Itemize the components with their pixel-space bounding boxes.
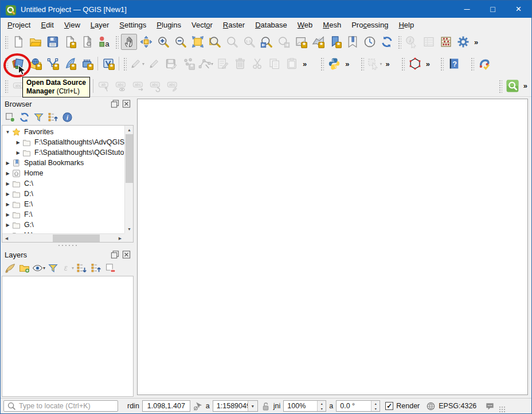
menu-raster[interactable]: Raster [218, 19, 250, 31]
locator-search-input[interactable]: Type to locate (Ctrl+K) [3, 400, 118, 412]
statistical-summary-button[interactable] [438, 34, 454, 50]
change-label-button[interactable]: abc [165, 78, 181, 94]
menu-database[interactable]: Database [250, 19, 292, 31]
chevron-down-icon[interactable]: ▾ [43, 265, 45, 271]
pan-map-button[interactable] [121, 34, 137, 50]
tree-item[interactable]: ▶G:\ [2, 220, 124, 230]
toolbar-overflow-button[interactable]: » [383, 60, 392, 68]
panel-splitter[interactable] [1, 243, 134, 248]
crs-globe-icon[interactable] [426, 401, 436, 411]
expander-icon[interactable]: ▶ [3, 222, 12, 228]
spin-down-icon[interactable]: ▾ [371, 406, 380, 411]
toolbar-overflow-button[interactable]: » [521, 81, 530, 90]
modify-attributes-button[interactable] [215, 56, 231, 72]
menu-view[interactable]: View [59, 19, 85, 31]
browser-refresh-button[interactable] [17, 110, 32, 124]
add-group-button[interactable] [17, 261, 32, 275]
geometry-checker-button[interactable] [476, 56, 492, 72]
zoom-next-button[interactable] [276, 34, 292, 50]
filter-legend-expression-button[interactable]: ε▾ [60, 261, 75, 275]
rotate-label-button[interactable]: abc [147, 78, 163, 94]
current-edits-button[interactable]: ▾ [129, 56, 145, 72]
move-label-button[interactable]: abc [130, 78, 146, 94]
shape-digitizing-button[interactable] [407, 56, 423, 72]
menu-plugins[interactable]: Plugins [151, 19, 186, 31]
layers-collapse-all-button[interactable] [89, 261, 103, 275]
zoom-to-layer-button[interactable] [224, 34, 240, 50]
magnifier-spinner[interactable]: 100% ▴ ▾ [283, 400, 326, 412]
pin-unpin-labels-button[interactable]: ab [96, 78, 112, 94]
save-project-button[interactable] [45, 34, 61, 50]
layers-float-button[interactable] [110, 251, 120, 259]
messages-icon[interactable] [485, 401, 495, 411]
temporal-controller-button[interactable] [362, 34, 378, 50]
browser-float-button[interactable] [110, 100, 120, 108]
new-virtual-layer-button[interactable]: * [100, 56, 116, 72]
scroll-left-icon[interactable]: ◀ [2, 234, 11, 243]
toolbar-grip[interactable] [115, 35, 119, 49]
toolbar-grip[interactable] [440, 57, 444, 71]
new-map-view-button[interactable]: * [293, 34, 309, 50]
style-manager-button[interactable]: a [96, 34, 112, 50]
lock-icon[interactable] [261, 401, 271, 411]
tree-item[interactable]: ▶F:\Spatialthoughts\AdvQGIS [2, 137, 124, 147]
expander-icon[interactable]: ▶ [3, 181, 12, 186]
processing-toolbox-button[interactable] [455, 34, 471, 50]
maximize-button[interactable]: □ [480, 1, 506, 18]
new-shapefile-layer-button[interactable]: * [45, 56, 61, 72]
save-layer-edits-button[interactable] [163, 56, 179, 72]
chevron-down-icon[interactable]: ▾ [380, 61, 382, 67]
expander-icon[interactable]: ▶ [3, 192, 12, 197]
open-attribute-table-button[interactable] [421, 34, 437, 50]
zoom-native-resolution-button[interactable]: 1:1 [241, 34, 257, 50]
add-feature-button[interactable]: * [181, 56, 197, 72]
layers-list[interactable] [2, 276, 134, 397]
toolbar-grip[interactable] [498, 79, 502, 93]
tree-item[interactable]: ▶Spatial Bookmarks [2, 158, 124, 168]
menu-mesh[interactable]: Mesh [318, 19, 346, 31]
menu-settings[interactable]: Settings [114, 19, 151, 31]
zoom-full-button[interactable] [190, 34, 206, 50]
minimize-button[interactable]: ─ [454, 1, 480, 18]
toolbar-grip[interactable] [4, 35, 8, 49]
spin-down-icon[interactable]: ▾ [318, 406, 326, 411]
chevron-down-icon[interactable]: ▾ [142, 61, 144, 67]
expander-icon[interactable]: ▶ [14, 140, 22, 145]
help-button[interactable]: ? [446, 56, 462, 72]
scroll-thumb[interactable] [126, 134, 133, 183]
toolbar-overflow-button[interactable]: » [343, 60, 351, 68]
scroll-thumb[interactable] [53, 235, 100, 242]
menu-edit[interactable]: Edit [36, 19, 58, 31]
menu-processing[interactable]: Processing [346, 19, 393, 31]
osm-place-search-button[interactable] [504, 78, 521, 94]
zoom-in-button[interactable] [155, 34, 171, 50]
refresh-map-button[interactable] [379, 34, 395, 50]
open-layer-styling-button[interactable] [3, 261, 17, 275]
identify-features-button[interactable]: i [404, 34, 420, 50]
toolbar-grip[interactable] [360, 57, 364, 71]
toolbar-grip[interactable] [4, 79, 8, 93]
expander-icon[interactable]: ▶ [3, 161, 12, 166]
scroll-right-icon[interactable]: ▶ [116, 234, 124, 243]
browser-filter-button[interactable] [32, 110, 46, 124]
spin-up-icon[interactable]: ▴ [318, 401, 326, 406]
pan-to-selection-button[interactable] [138, 34, 154, 50]
close-button[interactable]: × [506, 1, 531, 18]
expander-icon[interactable]: ▼ [3, 130, 12, 135]
tree-item[interactable]: ▼Favorites [2, 127, 124, 137]
tree-item[interactable]: ▶Home [2, 168, 124, 178]
new-3d-map-view-button[interactable]: * [310, 34, 326, 50]
scroll-up-icon[interactable]: ▲ [125, 126, 134, 134]
tree-item[interactable]: ▶E:\ [2, 199, 124, 209]
toolbar-overflow-button[interactable]: » [424, 60, 432, 68]
rotation-spinner[interactable]: 0.0 ° ▴ ▾ [336, 400, 380, 412]
select-features-button[interactable]: ▾ [366, 56, 382, 72]
menu-help[interactable]: Help [393, 19, 419, 31]
show-bookmarks-button[interactable] [345, 34, 361, 50]
new-temporary-scratch-layer-button[interactable]: * [79, 56, 95, 72]
browser-horizontal-scrollbar[interactable]: ◀ ▶ [2, 233, 124, 242]
coordinate-input[interactable]: 1.098,1.407 [142, 400, 190, 412]
delete-selected-button[interactable] [232, 56, 248, 72]
expander-icon[interactable]: ▶ [3, 202, 12, 207]
extents-toggle-icon[interactable] [193, 401, 203, 411]
